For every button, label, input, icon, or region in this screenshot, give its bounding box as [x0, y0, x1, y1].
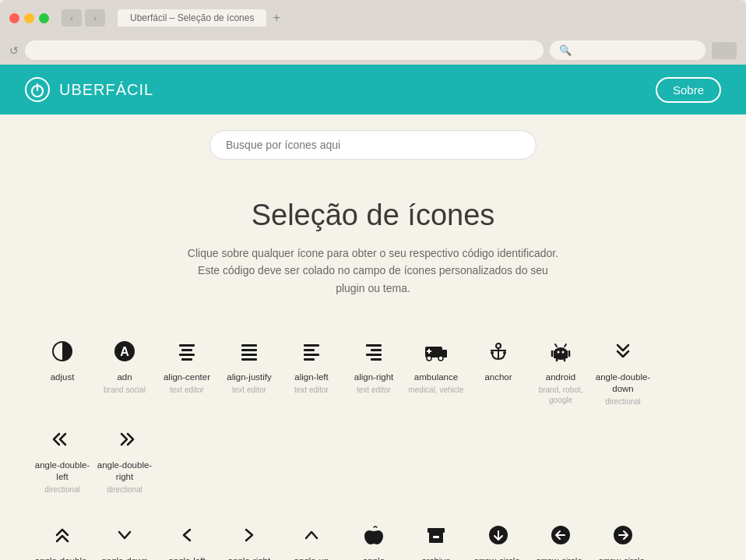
svg-rect-44: [433, 536, 439, 538]
svg-rect-14: [304, 349, 315, 351]
icon-search-input[interactable]: [209, 130, 537, 160]
svg-point-35: [562, 351, 565, 354]
svg-point-34: [558, 351, 560, 354]
app-header: UBERFÁCIL Sobre: [0, 65, 746, 114]
svg-rect-26: [427, 350, 431, 352]
close-button[interactable]: [9, 13, 19, 23]
svg-rect-8: [181, 358, 192, 361]
icon-adjust-label: adjust: [51, 372, 75, 383]
svg-rect-7: [179, 354, 195, 356]
svg-line-37: [565, 344, 566, 347]
new-tab-button[interactable]: +: [266, 8, 286, 28]
about-button[interactable]: Sobre: [656, 77, 721, 103]
icon-align-justify-tag: text editor: [232, 385, 266, 395]
icon-angle-up[interactable]: angle-up directional: [280, 512, 343, 560]
url-input[interactable]: [37, 44, 531, 56]
search-section: [0, 114, 746, 175]
main-content: Seleção de ícones Clique sobre qualquer …: [0, 175, 746, 560]
icon-align-justify[interactable]: align-justify text editor: [218, 328, 280, 416]
svg-rect-19: [366, 354, 382, 356]
icon-arrow-circle-down[interactable]: arrow-circle-down directional: [467, 512, 530, 560]
icon-angle-left-label: angle-left: [168, 555, 205, 560]
icon-archive[interactable]: archive email: [405, 512, 467, 560]
icon-angle-double-left[interactable]: angle-double-left directional: [31, 416, 93, 504]
back-button[interactable]: ‹: [62, 9, 82, 26]
icon-ambulance[interactable]: ambulance medical, vehicle: [405, 328, 467, 416]
browser-toolbar: ↺ 🔍: [0, 36, 746, 65]
icon-angle-left[interactable]: angle-left directional: [156, 512, 218, 560]
nav-buttons: ‹ ›: [62, 9, 105, 26]
icon-align-center[interactable]: align-center text editor: [156, 328, 218, 416]
icon-angle-double-up[interactable]: angle-double-up directional: [31, 512, 93, 560]
svg-rect-5: [179, 344, 195, 347]
minimize-button[interactable]: [24, 13, 34, 23]
icon-align-center-tag: text editor: [170, 385, 204, 395]
svg-text:A: A: [120, 345, 129, 358]
browser-search-bar[interactable]: 🔍: [550, 41, 706, 60]
svg-rect-20: [371, 358, 382, 361]
icon-adn-tag: brand social: [104, 385, 146, 395]
browser-search-input[interactable]: [576, 44, 707, 56]
icon-angle-up-label: angle-up: [294, 555, 329, 560]
forward-button[interactable]: ›: [85, 9, 105, 26]
icon-align-center-label: align-center: [164, 372, 210, 383]
icon-arrow-circle-right-label: arrow-circle-right: [595, 555, 651, 560]
icon-anchor[interactable]: anchor: [467, 328, 530, 416]
icon-align-right-tag: text editor: [357, 385, 391, 395]
search-icon: 🔍: [559, 44, 572, 56]
icon-angle-double-down-label: angle-double-down: [595, 372, 651, 395]
titlebar: ‹ › Uberfácil – Seleção de ícones +: [0, 0, 746, 36]
icon-angle-right[interactable]: angle-right directional: [218, 512, 280, 560]
icon-angle-down[interactable]: angle-down directional: [93, 512, 156, 560]
icon-align-left[interactable]: align-left text editor: [280, 328, 343, 416]
icon-angle-double-down[interactable]: angle-double-down directional: [592, 328, 654, 416]
icon-angle-double-right[interactable]: angle-double-right directional: [93, 416, 156, 504]
icons-row-2: angle-double-up directional angle-down d…: [31, 512, 715, 560]
icon-apple-label: apple: [363, 555, 385, 560]
svg-rect-13: [304, 344, 319, 347]
icons-row-1: adjust A adn brand social align-center t…: [31, 328, 715, 504]
icon-ambulance-label: ambulance: [414, 372, 458, 383]
logo: UBERFÁCIL: [25, 77, 153, 102]
svg-rect-10: [241, 349, 257, 351]
icon-angle-double-down-tag: directional: [605, 396, 641, 407]
icon-arrow-circle-left[interactable]: arrow-circle-left directional: [530, 512, 592, 560]
svg-rect-42: [428, 528, 445, 533]
icon-angle-down-label: angle-down: [101, 555, 147, 560]
svg-rect-11: [241, 354, 257, 356]
icon-apple[interactable]: apple brand, food, fruit: [343, 512, 405, 560]
browser-tab[interactable]: Uberfácil – Seleção de ícones: [118, 9, 266, 26]
icon-archive-label: archive: [421, 555, 450, 560]
refresh-icon[interactable]: ↺: [9, 44, 19, 57]
maximize-button[interactable]: [39, 13, 49, 23]
camera-button[interactable]: [712, 42, 737, 59]
icon-align-justify-label: align-justify: [227, 372, 272, 383]
icon-android-tag: brand, robot, google: [533, 385, 589, 405]
power-icon: [29, 81, 46, 98]
url-bar[interactable]: [25, 41, 544, 60]
icon-android-label: android: [546, 372, 575, 383]
tab-label: Uberfácil – Seleção de ícones: [130, 12, 254, 23]
icon-android[interactable]: android brand, robot, google: [530, 328, 592, 416]
icon-adn[interactable]: A adn brand social: [93, 328, 156, 416]
svg-rect-15: [304, 354, 319, 356]
logo-icon: [25, 77, 50, 102]
tab-bar: Uberfácil – Seleção de ícones +: [118, 8, 287, 28]
svg-point-27: [496, 343, 501, 348]
svg-point-31: [503, 351, 506, 354]
svg-rect-12: [241, 358, 257, 361]
icon-angle-double-left-label: angle-double-left: [34, 460, 90, 483]
icon-angle-double-right-label: angle-double-right: [97, 460, 153, 483]
icon-arrow-circle-left-label: arrow-circle-left: [533, 555, 589, 560]
browser-window: ‹ › Uberfácil – Seleção de ícones + ↺ 🔍: [0, 0, 746, 65]
page-description: Clique sobre qualquer ícone para obter o…: [186, 245, 560, 297]
icon-ambulance-tag: medical, vehicle: [408, 385, 463, 395]
icon-align-right[interactable]: align-right text editor: [343, 328, 405, 416]
svg-line-36: [555, 344, 557, 347]
icon-adjust[interactable]: adjust: [31, 328, 93, 416]
icon-angle-double-up-label: angle-double-up: [34, 555, 90, 560]
icon-adn-label: adn: [117, 372, 132, 383]
icon-align-left-tag: text editor: [294, 385, 329, 395]
icon-angle-double-right-tag: directional: [107, 484, 143, 495]
icon-arrow-circle-right[interactable]: arrow-circle-right directional: [592, 512, 654, 560]
